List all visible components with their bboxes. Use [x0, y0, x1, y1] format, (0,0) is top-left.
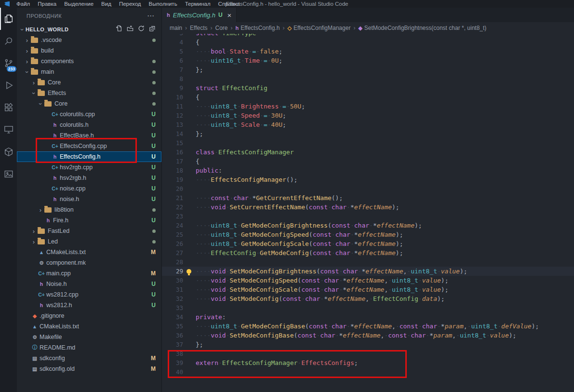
source-control-icon[interactable]: 233 — [0, 52, 17, 74]
tree-item-noise-h[interactable]: hNoise.hU — [17, 279, 161, 289]
code-line-4[interactable]: 4{ — [162, 38, 574, 47]
line-number[interactable]: 39 — [162, 359, 183, 366]
tree-item-sdkconfig[interactable]: ▤sdkconfigM — [17, 353, 161, 364]
code-line-30[interactable]: 30····void·SetModeConfigSpeed(const·char… — [162, 276, 574, 285]
tree-item-fire-h[interactable]: hFire.hU — [17, 215, 161, 226]
breadcrumb-item[interactable]: EffectsConfigManager — [294, 25, 351, 31]
tree-item-components[interactable]: ›components — [17, 56, 161, 67]
tree-item-core[interactable]: ›Core — [17, 77, 161, 88]
line-number[interactable]: 38 — [162, 350, 183, 357]
tree-item-main[interactable]: ›main — [17, 67, 161, 77]
line-number[interactable]: 40 — [162, 368, 183, 376]
code-line-26[interactable]: 26····uint8_t·GetModeConfigScale(const·c… — [162, 239, 574, 248]
tree-item-ws2812-cpp[interactable]: C+ws2812.cppU — [17, 289, 161, 300]
tree-item-led[interactable]: ›Led — [17, 236, 161, 247]
tree-item-main-cpp[interactable]: C+main.cppM — [17, 268, 161, 279]
remote-explorer-icon[interactable] — [0, 119, 17, 141]
code-line-24[interactable]: 24····uint8_t·GetModeConfigBrightness(co… — [162, 221, 574, 230]
menu-item[interactable]: Файл — [13, 0, 34, 8]
tree-item-makefile[interactable]: ⚙Makefile — [17, 332, 161, 342]
line-number[interactable]: 19 — [162, 176, 183, 183]
tree-root-hello-world[interactable]: › HELLO_WORLD — [17, 24, 161, 35]
line-number[interactable]: 7 — [162, 66, 183, 73]
tree-item-ws2812-h[interactable]: hws2812.hU — [17, 300, 161, 311]
run-debug-icon[interactable] — [0, 74, 17, 96]
code-line-8[interactable]: 8 — [162, 74, 574, 83]
code-line-27[interactable]: 27····EffectConfig·GetModeConfig(const·c… — [162, 248, 574, 257]
breadcrumb-item[interactable]: Effects — [190, 25, 207, 31]
tree-item-readme-md[interactable]: ⓘREADME.md — [17, 342, 161, 353]
tree-item-sdkconfig-old[interactable]: ▤sdkconfig.oldM — [17, 364, 161, 374]
more-actions-icon[interactable]: ··· — [147, 13, 155, 19]
explorer-icon[interactable] — [0, 8, 17, 30]
code-area[interactable]: 3struct·TimerType4{5····bool·State·=·fal… — [162, 28, 574, 377]
tree-item-effectbase-h[interactable]: hEffectBase.hU — [17, 130, 161, 141]
breadcrumb-item[interactable]: SetModeConfigBrightness(const char *, ui… — [364, 25, 486, 31]
lightbulb-icon[interactable] — [187, 269, 191, 274]
code-line-18[interactable]: 18public: — [162, 166, 574, 175]
code-line-13[interactable]: 13····uint8_t·Scale·=·40U; — [162, 120, 574, 129]
code-line-17[interactable]: 17{ — [162, 157, 574, 166]
code-line-12[interactable]: 12····uint8_t·Speed·=·30U; — [162, 111, 574, 120]
tree-item-build[interactable]: ›build — [17, 45, 161, 56]
line-number[interactable]: 10 — [162, 94, 183, 101]
line-number[interactable]: 11 — [162, 103, 183, 110]
line-number[interactable]: 16 — [162, 149, 183, 156]
menu-item[interactable]: Вид — [97, 0, 115, 8]
menu-item[interactable]: Правка — [34, 0, 60, 8]
code-line-14[interactable]: 14}; — [162, 129, 574, 138]
code-line-16[interactable]: 16class·EffectsConfigManager — [162, 148, 574, 157]
line-number[interactable]: 14 — [162, 130, 183, 137]
new-file-icon[interactable] — [116, 25, 122, 34]
tree-item-colorutils-h[interactable]: hcolorutils.hU — [17, 120, 161, 130]
line-number[interactable]: 36 — [162, 332, 183, 339]
code-line-11[interactable]: 11····uint8_t·Brightness·=·50U; — [162, 102, 574, 111]
collapse-all-icon[interactable] — [149, 25, 156, 34]
media-preview-icon[interactable] — [0, 163, 17, 185]
tree-item-core[interactable]: ›Core — [17, 98, 161, 109]
tree-item-cmakelists-txt[interactable]: ▲CMakeLists.txt — [17, 321, 161, 332]
tree-item--gitignore[interactable]: ◆.gitignore — [17, 311, 161, 321]
tree-item-effects[interactable]: ›Effects — [17, 88, 161, 98]
line-number[interactable]: 18 — [162, 167, 183, 174]
line-number[interactable]: 15 — [162, 139, 183, 147]
tab-effectsconfig-h[interactable]: h EffectsConfig.h U × — [162, 8, 237, 22]
menu-item[interactable]: Переход — [115, 0, 145, 8]
tree-item-component-mk[interactable]: ⚙component.mk — [17, 257, 161, 268]
breadcrumb-item[interactable]: main — [170, 25, 182, 31]
code-line-9[interactable]: 9struct·EffectConfig — [162, 83, 574, 93]
code-line-40[interactable]: 40 — [162, 367, 574, 377]
line-number[interactable]: 28 — [162, 258, 183, 266]
line-number[interactable]: 6 — [162, 57, 183, 64]
code-line-32[interactable]: 32····void·SetModeConfig(const·char·*eff… — [162, 294, 574, 303]
menu-item[interactable]: Выполнить — [145, 0, 181, 8]
tree-item-lib8tion[interactable]: ›lib8tion — [17, 204, 161, 215]
code-line-28[interactable]: 28 — [162, 257, 574, 267]
code-line-20[interactable]: 20 — [162, 184, 574, 193]
line-number[interactable]: 20 — [162, 185, 183, 192]
code-line-25[interactable]: 25····uint8_t·GetModeConfigSpeed(const·c… — [162, 230, 574, 239]
line-number[interactable]: 13 — [162, 121, 183, 128]
line-number[interactable]: 32 — [162, 295, 183, 302]
code-line-10[interactable]: 10{ — [162, 93, 574, 102]
code-line-35[interactable]: 35····uint8_t·GetModeConfigBase(const·ch… — [162, 322, 574, 331]
code-line-39[interactable]: 39extern·EffectsConfigManager·EffectsCon… — [162, 358, 574, 367]
code-line-22[interactable]: 22····void·SetCurrentEffectName(const·ch… — [162, 203, 574, 212]
code-line-31[interactable]: 31····void·SetModeConfigScale(const·char… — [162, 285, 574, 294]
code-line-5[interactable]: 5····bool·State·=·false; — [162, 47, 574, 56]
line-number[interactable]: 4 — [162, 39, 183, 46]
line-number[interactable]: 33 — [162, 304, 183, 311]
code-line-29[interactable]: 29····void·SetModeConfigBrightness(const… — [162, 267, 574, 276]
tree-item-colorutils-cpp[interactable]: C+colorutils.cppU — [17, 109, 161, 120]
line-number[interactable]: 12 — [162, 112, 183, 119]
line-number[interactable]: 30 — [162, 277, 183, 284]
line-number[interactable]: 34 — [162, 313, 183, 321]
tree-item-noise-cpp[interactable]: C+noise.cppU — [17, 183, 161, 194]
refresh-icon[interactable] — [138, 25, 145, 34]
search-icon[interactable] — [0, 30, 17, 52]
containers-icon[interactable] — [0, 141, 17, 163]
line-number[interactable]: 8 — [162, 75, 183, 82]
tree-item-fastled[interactable]: ›FastLed — [17, 226, 161, 236]
code-line-23[interactable]: 23 — [162, 212, 574, 221]
menu-item[interactable]: Терминал — [181, 0, 214, 8]
